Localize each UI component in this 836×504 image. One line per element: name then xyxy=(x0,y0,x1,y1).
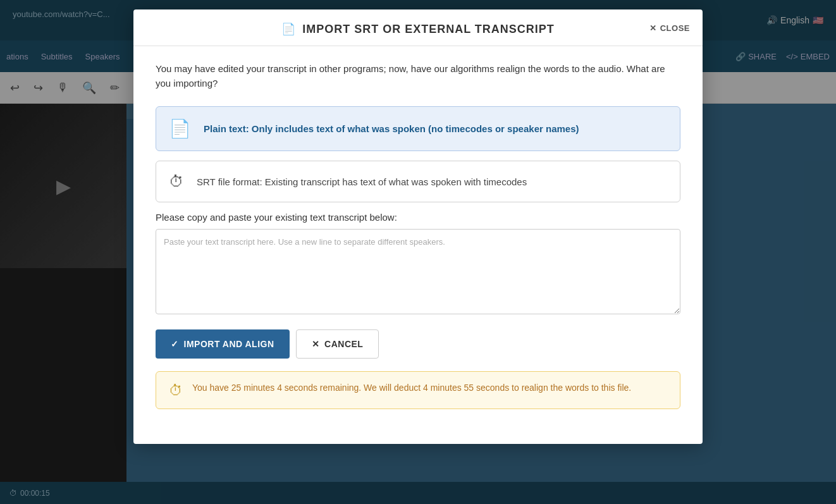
clock-icon: ⏱ xyxy=(169,173,184,190)
option1-label: Plain text: Only includes text of what w… xyxy=(204,123,579,134)
option-plain-text[interactable]: 📄 Plain text: Only includes text of what… xyxy=(156,106,680,151)
modal-header: 📄 IMPORT SRT OR EXTERNAL TRANSCRIPT ✕ CL… xyxy=(133,9,703,46)
import-align-button[interactable]: ✓ IMPORT AND ALIGN xyxy=(156,329,290,359)
transcript-textarea[interactable] xyxy=(156,229,680,314)
close-x-icon: ✕ xyxy=(649,23,657,32)
checkmark-icon: ✓ xyxy=(171,339,179,349)
paste-label: Please copy and paste your existing text… xyxy=(156,212,680,223)
modal-title: 📄 IMPORT SRT OR EXTERNAL TRANSCRIPT xyxy=(281,22,555,36)
option2-label: SRT file format: Existing transcript has… xyxy=(197,176,527,187)
intro-text: You may have edited your transcript in o… xyxy=(156,62,680,90)
notice-text: You have 25 minutes 4 seconds remaining.… xyxy=(192,381,631,395)
document-icon: 📄 xyxy=(169,118,191,139)
cancel-x-icon: ✕ xyxy=(312,339,320,349)
option-srt-format[interactable]: ⏱ SRT file format: Existing transcript h… xyxy=(156,161,680,202)
import-modal: 📄 IMPORT SRT OR EXTERNAL TRANSCRIPT ✕ CL… xyxy=(133,9,703,444)
modal-body: You may have edited your transcript in o… xyxy=(133,46,703,425)
cancel-button[interactable]: ✕ CANCEL xyxy=(296,329,379,359)
modal-title-icon: 📄 xyxy=(281,22,296,36)
modal-overlay: 📄 IMPORT SRT OR EXTERNAL TRANSCRIPT ✕ CL… xyxy=(0,0,836,504)
close-button[interactable]: ✕ CLOSE xyxy=(649,23,690,32)
notice-box: ⏱ You have 25 minutes 4 seconds remainin… xyxy=(156,371,680,409)
action-buttons: ✓ IMPORT AND ALIGN ✕ CANCEL xyxy=(156,329,680,359)
notice-clock-icon: ⏱ xyxy=(169,383,183,399)
